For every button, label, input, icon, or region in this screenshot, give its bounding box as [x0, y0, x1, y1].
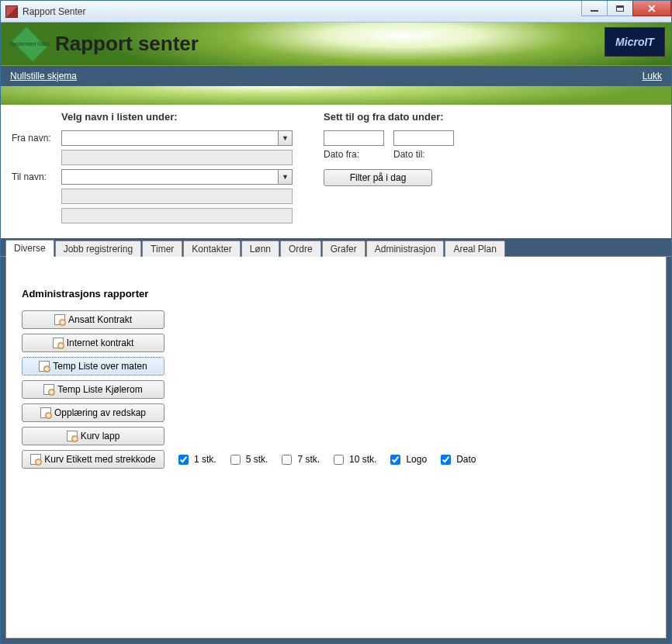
tab-kontakter[interactable]: Kontakter: [183, 241, 240, 257]
option-checkbox[interactable]: Logo: [387, 452, 427, 467]
to-name-display-1: [61, 189, 293, 204]
preview-icon: [40, 407, 51, 418]
preview-icon: [53, 338, 64, 348]
report-button[interactable]: Internet kontrakt: [22, 334, 165, 352]
option-checkbox[interactable]: Dato: [438, 452, 476, 467]
tab-area: DiverseJobb registreringTimerKontakterLø…: [1, 238, 671, 643]
to-name-label: Til navn:: [12, 171, 61, 182]
date-filter-section: Sett til og fra dato under: Dato fra: Da…: [324, 111, 454, 186]
preview-icon: [39, 361, 50, 372]
titlebar: Rapport Senter ✕: [1, 1, 671, 23]
reset-form-link[interactable]: Nullstille skjema: [10, 71, 77, 81]
chevron-down-icon[interactable]: ▼: [278, 170, 292, 184]
close-window-button[interactable]: ✕: [632, 1, 671, 16]
toolbar: Nullstille skjema Lukk: [1, 66, 671, 86]
tab-jobb-registrering[interactable]: Jobb registrering: [55, 241, 141, 257]
report-button[interactable]: Ansatt Kontrakt: [22, 310, 165, 329]
window-controls: ✕: [582, 1, 671, 16]
option-checkbox[interactable]: 10 stk.: [331, 452, 376, 467]
tab-lønn[interactable]: Lønn: [241, 241, 279, 257]
report-button[interactable]: Opplæring av redskap: [22, 403, 165, 422]
to-name-combo[interactable]: ▼: [61, 169, 293, 185]
report-button[interactable]: Kurv lapp: [22, 427, 165, 445]
report-button[interactable]: Temp Liste Kjølerom: [22, 380, 165, 399]
close-link[interactable]: Lukk: [643, 71, 662, 81]
from-name-display: [61, 150, 293, 165]
name-filter-section: Velg navn i listen under: Fra navn: ▼ Ti…: [12, 111, 293, 227]
option-checkbox[interactable]: 1 stk.: [175, 452, 216, 467]
page-title: Rapport senter: [55, 32, 199, 56]
filter-today-button[interactable]: Filter på i dag: [324, 169, 432, 186]
date-to-input[interactable]: [393, 130, 454, 146]
tab-content: Administrasjons rapporter Ansatt Kontrak…: [5, 257, 667, 639]
report-button[interactable]: Kurv Etikett med strekkode: [22, 450, 165, 469]
preview-icon: [30, 454, 41, 465]
date-filter-heading: Sett til og fra dato under:: [324, 111, 454, 123]
tab-ordre[interactable]: Ordre: [280, 241, 321, 257]
window-title: Rapport Senter: [23, 6, 85, 17]
preview-icon: [43, 384, 54, 395]
tab-grafer[interactable]: Grafer: [322, 241, 365, 257]
report-button-list: Ansatt KontraktInternet kontraktTemp Lis…: [22, 310, 650, 469]
brand-logo: MicroIT: [604, 27, 665, 57]
tab-diverse[interactable]: Diverse: [5, 240, 54, 257]
to-name-display-2: [61, 208, 293, 223]
app-icon: [5, 5, 18, 18]
preview-icon: [54, 314, 65, 325]
date-to-label: Dato til:: [393, 149, 454, 160]
preview-icon: [67, 431, 78, 441]
from-name-combo[interactable]: ▼: [61, 130, 293, 146]
banner: Torstensen Gård Rapport senter MicroIT: [1, 23, 671, 66]
app-window: Rapport Senter ✕ Torstensen Gård Rapport…: [0, 0, 672, 644]
name-filter-heading: Velg navn i listen under:: [61, 111, 293, 123]
from-name-label: Fra navn:: [12, 133, 61, 144]
report-button[interactable]: Temp Liste over maten: [22, 357, 165, 376]
tab-administrasjon[interactable]: Administrasjon: [366, 241, 445, 257]
date-from-input[interactable]: [324, 130, 384, 146]
filter-form: Velg navn i listen under: Fra navn: ▼ Ti…: [1, 105, 671, 238]
logo-icon: Torstensen Gård: [9, 29, 50, 59]
decorative-wave: [1, 86, 671, 105]
date-from-label: Dato fra:: [324, 149, 384, 160]
tabstrip: DiverseJobb registreringTimerKontakterLø…: [1, 238, 671, 257]
tab-areal-plan[interactable]: Areal Plan: [445, 241, 504, 257]
option-checkbox[interactable]: 7 stk.: [279, 452, 320, 467]
reports-heading: Administrasjons rapporter: [22, 288, 650, 299]
tab-timer[interactable]: Timer: [142, 241, 182, 257]
minimize-button[interactable]: [581, 1, 608, 16]
maximize-button[interactable]: [607, 1, 633, 16]
chevron-down-icon[interactable]: ▼: [278, 131, 292, 145]
option-checkbox[interactable]: 5 stk.: [227, 452, 268, 467]
